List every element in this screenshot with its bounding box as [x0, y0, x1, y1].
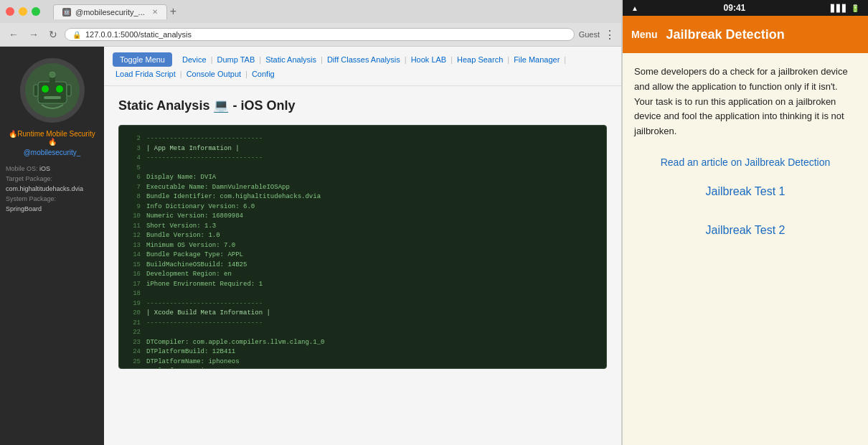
close-window-button[interactable]	[6, 7, 14, 16]
maximize-window-button[interactable]	[32, 7, 40, 16]
mobile-statusbar: ▲ 09:41 ▋▋▋ 🔋	[623, 0, 868, 16]
terminal-line: 21------------------------------	[128, 319, 598, 329]
terminal-line: 11Short Version: 1.3	[128, 222, 598, 232]
nav-hook-lab[interactable]: Hook LAB	[408, 54, 450, 65]
jailbreak-test-2-button[interactable]: Jailbreak Test 2	[634, 224, 857, 237]
traffic-lights	[6, 7, 40, 16]
terminal-line: 22	[128, 328, 598, 338]
lock-icon: 🔒	[72, 31, 81, 39]
jailbreak-test-1-button[interactable]: Jailbreak Test 1	[634, 185, 857, 198]
sidebar: 🔥Runtime Mobile Security 🔥 @mobilesecuri…	[0, 47, 104, 445]
nav-diff-classes[interactable]: Diff Classes Analysis	[324, 54, 403, 65]
terminal-line: 9Info Dictionary Version: 6.0	[128, 202, 598, 212]
target-package-value: com.highaltitudehacks.dvia	[6, 185, 83, 192]
terminal-line: 13Minimum OS Version: 7.0	[128, 241, 598, 251]
terminal-line: 12Bundle Version: 1.0	[128, 231, 598, 241]
avatar	[20, 58, 85, 123]
terminal-line: 5	[128, 164, 598, 174]
terminal-line: 26DTPlatformVersion: 8.1	[128, 367, 598, 369]
status-icons: ▋▋▋ 🔋	[831, 4, 859, 12]
terminal-line: 23DTCompiler: com.apple.compilers.llvm.c…	[128, 338, 598, 348]
browser-addressbar: ← → ↻ 🔒 127.0.0.1:5000/static_analysis G…	[0, 23, 621, 46]
mobile-menu-button[interactable]: Menu	[631, 29, 658, 40]
terminal-output: 2------------------------------ 3| App M…	[118, 125, 607, 369]
sidebar-mobile-os: Mobile OS: iOS	[6, 165, 98, 172]
system-package-value: SpringBoard	[6, 205, 42, 212]
back-button[interactable]: ←	[6, 27, 22, 42]
svg-rect-1	[38, 82, 67, 103]
svg-rect-8	[67, 85, 71, 96]
sidebar-system-package-label: System Package:	[6, 195, 98, 202]
battery-icon: 🔋	[851, 4, 859, 12]
terminal-line: 14Bundle Package Type: APPL	[128, 250, 598, 261]
svg-rect-4	[44, 96, 61, 99]
mobile-body: Some developers do a check for a jailbro…	[623, 53, 868, 445]
terminal-line: 7Executable Name: DamnVulnerableIOSApp	[128, 183, 598, 193]
browser-titlebar: 🤖 @mobilesecurity_... ✕ +	[0, 0, 621, 23]
terminal-line: 3| App Meta Information |	[128, 144, 598, 154]
page-title: Static Analysis 💻 - iOS Only	[118, 98, 607, 113]
wifi-icon: ▲	[631, 4, 638, 12]
browser-content: 🔥Runtime Mobile Security 🔥 @mobilesecuri…	[0, 47, 621, 445]
mobile-page-title: Jailbreak Detection	[666, 27, 785, 42]
nav-file-manager[interactable]: File Manager	[511, 54, 562, 65]
terminal-line: 10Numeric Version: 16809984	[128, 212, 598, 222]
svg-point-2	[42, 85, 49, 93]
mobile-os-value: iOS	[39, 165, 50, 172]
main-content: Toggle Menu Device | Dump TAB | Static A…	[104, 47, 621, 445]
nav-static-analysis[interactable]: Static Analysis	[263, 54, 319, 65]
sidebar-tagline: 🔥Runtime Mobile Security 🔥	[6, 130, 98, 146]
svg-rect-7	[34, 85, 38, 96]
svg-point-3	[56, 85, 63, 93]
nav-console-output[interactable]: Console Output	[184, 68, 244, 80]
terminal-line: 16Development Region: en	[128, 270, 598, 280]
sidebar-username[interactable]: @mobilesecurity_	[24, 149, 81, 156]
browser-chrome: 🤖 @mobilesecurity_... ✕ + ← → ↻ 🔒 127.0.…	[0, 0, 621, 47]
signal-icon: ▋▋▋	[831, 4, 848, 12]
forward-button[interactable]: →	[26, 27, 42, 42]
sidebar-info: Mobile OS: iOS Target Package: com.higha…	[6, 165, 98, 215]
mobile-os-label: Mobile OS:	[6, 165, 39, 172]
tab-bar: 🤖 @mobilesecurity_... ✕ +	[53, 4, 615, 19]
sidebar-target-package-value: com.highaltitudehacks.dvia	[6, 185, 98, 192]
address-bar[interactable]: 🔒 127.0.0.1:5000/static_analysis	[65, 28, 575, 41]
nav-device[interactable]: Device	[179, 54, 209, 65]
browser-menu-icon[interactable]: ⋮	[604, 28, 615, 42]
mobile-header: Menu Jailbreak Detection	[623, 16, 868, 53]
sidebar-system-package-value: SpringBoard	[6, 205, 98, 212]
nav-dump-tab[interactable]: Dump TAB	[214, 54, 258, 65]
terminal-line: 8Bundle Identifier: com.highaltitudehack…	[128, 192, 598, 202]
terminal-line: 6Display Name: DVIA	[128, 173, 598, 183]
mobile-panel: ▲ 09:41 ▋▋▋ 🔋 Menu Jailbreak Detection S…	[621, 0, 868, 445]
tab-label: @mobilesecurity_...	[75, 8, 145, 17]
url-text: 127.0.0.1:5000/static_analysis	[85, 30, 192, 39]
terminal-line: 19------------------------------	[128, 299, 598, 309]
browser-panel: 🤖 @mobilesecurity_... ✕ + ← → ↻ 🔒 127.0.…	[0, 0, 621, 445]
terminal-line: 25DTPlatformName: iphoneos	[128, 357, 598, 367]
nav-config[interactable]: Config	[249, 68, 278, 80]
toggle-menu-button[interactable]: Toggle Menu	[113, 52, 172, 67]
target-package-label: Target Package:	[6, 175, 52, 182]
terminal-line: 4------------------------------	[128, 154, 598, 164]
user-label: Guest	[579, 30, 600, 39]
terminal-line: 2------------------------------	[128, 134, 598, 144]
system-package-label: System Package:	[6, 195, 56, 202]
terminal-line: 18	[128, 289, 598, 299]
browser-tab-active[interactable]: 🤖 @mobilesecurity_... ✕	[53, 4, 167, 19]
terminal-line: 15BuildMachineOSBuild: 14B25	[128, 261, 598, 271]
read-article-link[interactable]: Read an article on Jailbreak Detection	[634, 156, 857, 168]
svg-point-6	[49, 72, 55, 78]
reload-button[interactable]: ↻	[46, 27, 60, 42]
tab-close-icon[interactable]: ✕	[152, 8, 158, 16]
tab-favicon-icon: 🤖	[62, 8, 71, 17]
new-tab-icon[interactable]: +	[170, 5, 176, 18]
minimize-window-button[interactable]	[19, 7, 27, 16]
nav-toolbar: Toggle Menu Device | Dump TAB | Static A…	[104, 47, 621, 86]
nav-load-frida-script[interactable]: Load Frida Script	[113, 68, 179, 80]
terminal-line: 17iPhone Environment Required: 1	[128, 280, 598, 290]
sidebar-target-package-label: Target Package:	[6, 175, 98, 182]
nav-heap-search[interactable]: Heap Search	[454, 54, 506, 65]
mobile-description: Some developers do a check for a jailbro…	[634, 65, 857, 139]
terminal-line: 24DTPlatformBuild: 12B411	[128, 347, 598, 357]
terminal-line: 20| Xcode Build Meta Information |	[128, 309, 598, 319]
